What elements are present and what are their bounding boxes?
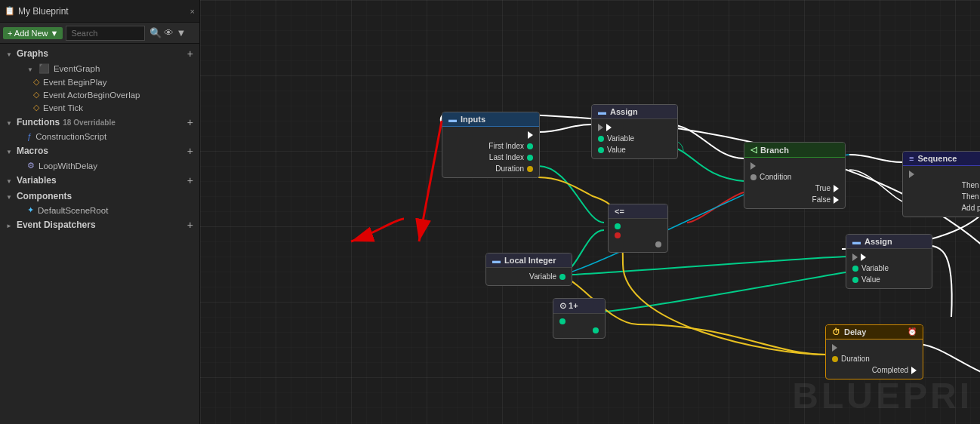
variables-section-title: Variables <box>6 175 57 186</box>
pin-lte-out <box>609 240 667 249</box>
duration-dot <box>527 166 533 172</box>
exec-out-icon <box>606 124 612 131</box>
pin-exec-out <box>442 130 539 140</box>
node-assign-top[interactable]: ▬ Assign Variable Value <box>591 104 678 159</box>
functions-collapse-icon <box>6 117 14 128</box>
node-branch-header: ◁ Branch <box>744 143 845 158</box>
graphs-add-button[interactable]: + <box>187 48 193 60</box>
exec-in-icon <box>750 162 756 170</box>
node-assign-bottom-header: ▬ Assign <box>846 235 932 249</box>
duration-dot <box>832 356 838 362</box>
sidebar-item-defaultsceneroot[interactable]: ✦ DefaultSceneRoot <box>0 204 199 217</box>
node-sequence[interactable]: ≡ Sequence Then 0 Then 1 Add pin + <box>902 151 980 217</box>
node-inputs[interactable]: ▬ Inputs First Index Last Index Duration <box>442 112 540 178</box>
node-assign-bottom[interactable]: ▬ Assign Variable Value <box>846 234 932 289</box>
last-index-dot <box>527 155 533 161</box>
variables-collapse-icon <box>6 175 14 186</box>
node-delay-body: Duration Completed <box>826 340 923 379</box>
functions-add-button[interactable]: + <box>187 116 193 128</box>
assign-top-icon: ▬ <box>598 107 606 116</box>
pin-branch-exec-in <box>744 161 845 171</box>
in-dot <box>559 318 566 324</box>
node-delay[interactable]: ⏱ Delay ⏰ Duration Completed <box>825 324 923 379</box>
macros-section-title: Macros <box>6 146 48 156</box>
pin-lte-in2 <box>609 231 667 240</box>
graph-icon: ⬛ <box>39 63 50 74</box>
delay-clock-icon: ⏰ <box>908 327 917 336</box>
macros-add-button[interactable]: + <box>187 145 193 157</box>
sidebar-item-actoroverlap[interactable]: ◇ Event ActorBeginOverlap <box>0 88 199 101</box>
node-branch[interactable]: ◁ Branch Condition True False <box>744 142 846 209</box>
tab-label[interactable]: My Blueprint <box>18 6 190 17</box>
node-lte[interactable]: <= <box>608 204 668 253</box>
macros-section-header[interactable]: Macros + <box>0 143 199 159</box>
eventdispatchers-section-header[interactable]: Event Dispatchers + <box>0 217 199 233</box>
tab-bar: 📋 My Blueprint × <box>0 0 199 23</box>
eventdispatchers-add-button[interactable]: + <box>187 219 193 231</box>
sidebar-item-loopwithdelay[interactable]: ⚙ LoopWithDelay <box>0 159 199 172</box>
variable-dot <box>598 136 604 142</box>
search-input[interactable] <box>66 26 145 41</box>
sidebar-item-constructionscript[interactable]: ƒ ConstructionScript <box>0 131 199 143</box>
graphs-section-title: Graphs <box>6 48 48 59</box>
pin-seq-then0: Then 0 <box>903 180 980 191</box>
toolbar-icons: 🔍 👁 ▼ <box>149 27 186 38</box>
seq-icon: ≡ <box>909 154 914 163</box>
pin-assign2-variable: Variable <box>846 263 932 274</box>
blueprint-canvas[interactable]: ▬ Inputs First Index Last Index Duration… <box>200 0 980 424</box>
exec-in-icon <box>832 344 837 352</box>
components-section-title: Components <box>6 191 72 201</box>
node-counter-header: ⊙ 1+ <box>553 299 605 314</box>
node-sequence-header: ≡ Sequence <box>903 152 980 166</box>
node-assign-top-body: Variable Value <box>592 119 677 158</box>
sidebar-item-eventgraph[interactable]: ⬛ EventGraph <box>0 62 199 75</box>
eventdispatchers-section-title: Event Dispatchers <box>6 220 96 230</box>
node-local-integer[interactable]: ▬ Local Integer Variable <box>485 253 572 286</box>
node-counter[interactable]: ⊙ 1+ <box>553 298 606 339</box>
sidebar-item-beginplay[interactable]: ◇ Event BeginPlay <box>0 75 199 88</box>
pin-seq-addpin[interactable]: Add pin + <box>903 202 980 214</box>
out-dot <box>655 241 661 247</box>
chevron-down-icon[interactable]: ▼ <box>176 27 186 38</box>
node-local-integer-body: Variable <box>486 268 572 285</box>
sidebar-item-tick[interactable]: ◇ Event Tick <box>0 101 199 114</box>
exec-in-icon <box>909 171 914 178</box>
functions-badge: 18 Overridable <box>63 118 115 127</box>
functions-section-header[interactable]: Functions 18 Overridable + <box>0 114 199 131</box>
pin-branch-true: True <box>744 183 845 194</box>
false-exec-icon <box>834 196 839 204</box>
comp-icon: ✦ <box>27 205 34 215</box>
node-lte-header: <= <box>609 204 667 219</box>
branch-icon: ◁ <box>750 145 757 155</box>
toolbar: + Add New ▼ 🔍 👁 ▼ <box>0 23 199 44</box>
red-arrow-1 <box>200 0 427 264</box>
func-icon: ƒ <box>27 132 32 141</box>
pin-branch-false: False <box>744 194 845 205</box>
search-icon[interactable]: 🔍 <box>149 27 162 38</box>
node-assign-bottom-body: Variable Value <box>846 249 932 288</box>
watermark-text: BLUEPRI <box>792 375 972 416</box>
true-exec-icon <box>834 185 839 192</box>
pin-assign2-value: Value <box>846 274 932 285</box>
eye-icon[interactable]: 👁 <box>164 27 174 38</box>
node-inputs-header: ▬ Inputs <box>442 112 539 127</box>
pin-assign-variable: Variable <box>592 133 677 144</box>
components-section-header[interactable]: Components <box>0 189 199 204</box>
sidebar-content: Graphs + ⬛ EventGraph ◇ Event BeginPlay … <box>0 44 199 424</box>
node-counter-body <box>553 314 605 338</box>
pin-lte-in1 <box>609 222 667 231</box>
exec-in-icon <box>852 253 858 261</box>
variables-add-button[interactable]: + <box>187 174 193 186</box>
variables-section-header[interactable]: Variables + <box>0 172 199 189</box>
pin-duration: Duration <box>442 163 539 174</box>
assign-bottom-icon: ▬ <box>852 237 861 246</box>
functions-section-title: Functions 18 Overridable <box>6 117 116 128</box>
pin-delay-exec-in <box>826 343 923 353</box>
add-new-button[interactable]: + Add New ▼ <box>3 27 63 39</box>
dropdown-arrow-icon: ▼ <box>51 29 59 38</box>
in2-dot <box>615 232 621 238</box>
variable-dot <box>852 266 858 272</box>
graphs-section-header[interactable]: Graphs + <box>0 45 199 62</box>
tab-close-button[interactable]: × <box>190 7 195 16</box>
value-dot <box>852 277 858 283</box>
